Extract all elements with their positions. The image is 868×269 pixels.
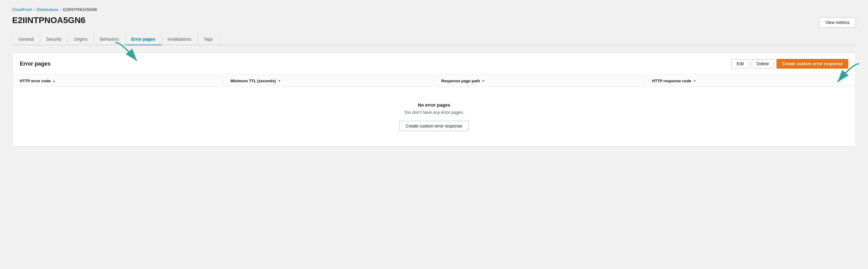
tab-security[interactable]: Security xyxy=(40,34,68,45)
error-pages-table: HTTP error code ▲ Minimum TTL (seconds) … xyxy=(12,75,856,146)
view-metrics-button[interactable]: View metrics xyxy=(819,17,856,28)
sort-desc-icon-response: ▼ xyxy=(693,79,696,82)
col-response-path-label: Response page path xyxy=(441,79,480,83)
empty-state-description: You don't have any error pages. xyxy=(404,110,464,115)
breadcrumb-sep-1: › xyxy=(33,8,35,12)
breadcrumb-distributions[interactable]: Distributions xyxy=(36,7,58,12)
create-custom-error-response-button-inline[interactable]: Create custom error response xyxy=(399,121,469,131)
tab-origins[interactable]: Origins xyxy=(68,34,94,45)
tab-error-pages[interactable]: Error pages xyxy=(125,34,162,45)
col-http-response-code[interactable]: HTTP response code ▼ xyxy=(645,75,856,87)
col-http-response-code-label: HTTP response code xyxy=(652,79,691,83)
tab-tags[interactable]: Tags xyxy=(197,34,219,45)
card-header: Error pages Edit Delete Create custom er… xyxy=(12,53,856,75)
page-header: E2IINTPNOA5GN6 View metrics xyxy=(12,15,856,28)
breadcrumb-cloudfront[interactable]: CloudFront xyxy=(12,7,32,12)
tab-invalidations[interactable]: Invalidations xyxy=(162,34,198,45)
table-header-row: HTTP error code ▲ Minimum TTL (seconds) … xyxy=(12,75,856,87)
sort-desc-icon-ttl: ▼ xyxy=(278,79,281,82)
page-title: E2IINTPNOA5GN6 xyxy=(12,15,85,25)
create-custom-error-response-button-top[interactable]: Create custom error response xyxy=(777,59,848,69)
col-min-ttl-label: Minimum TTL (seconds) xyxy=(231,79,276,83)
empty-state: No error pages You don't have any error … xyxy=(12,87,856,146)
error-pages-card: Error pages Edit Delete Create custom er… xyxy=(12,53,856,147)
col-http-error-code[interactable]: HTTP error code ▲ xyxy=(12,75,223,87)
card-actions: Edit Delete Create custom error response xyxy=(731,59,848,69)
tabs-nav: General Security Origins Behaviors Error… xyxy=(12,34,856,45)
breadcrumb-current: E2IINTPNOA5GN6 xyxy=(63,7,97,12)
col-http-error-code-label: HTTP error code xyxy=(20,79,51,83)
delete-button[interactable]: Delete xyxy=(752,59,774,68)
breadcrumb: CloudFront › Distributions › E2IINTPNOA5… xyxy=(12,7,856,12)
tab-behaviors[interactable]: Behaviors xyxy=(94,34,125,45)
col-min-ttl[interactable]: Minimum TTL (seconds) ▼ xyxy=(223,75,434,87)
sort-asc-icon: ▲ xyxy=(53,79,56,82)
col-response-path[interactable]: Response page path ▼ xyxy=(434,75,645,87)
edit-button[interactable]: Edit xyxy=(731,59,749,68)
sort-desc-icon-path: ▼ xyxy=(482,79,485,82)
breadcrumb-sep-2: › xyxy=(60,8,61,12)
tab-general[interactable]: General xyxy=(12,34,40,45)
empty-state-title: No error pages xyxy=(418,102,451,107)
card-title: Error pages xyxy=(20,61,51,67)
